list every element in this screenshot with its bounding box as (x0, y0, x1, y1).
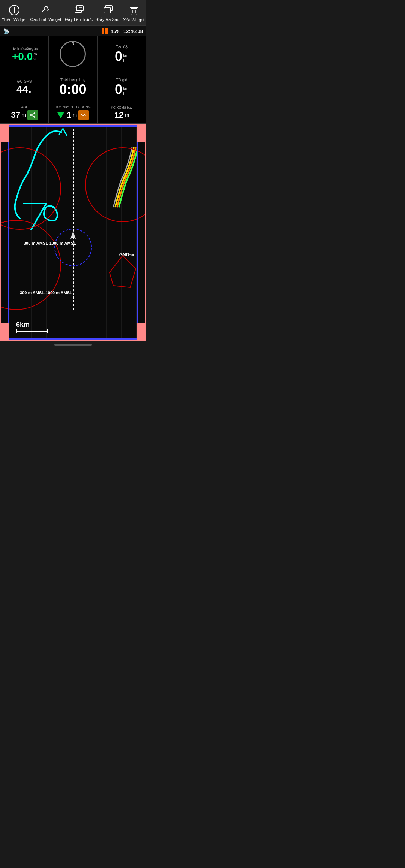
map-bottom-bar (9, 338, 137, 340)
toolbar: Thêm Widget Cấu hình Widget Đẩy Lên Trướ… (0, 0, 146, 25)
speed-cell: Tốc độ 0 km h (98, 36, 146, 72)
gps-accuracy-label: ĐC GPS (3, 79, 46, 84)
map-border-left (8, 125, 9, 340)
config-widget-label: Cấu hình Widget (30, 17, 62, 22)
config-widget-button[interactable]: Cấu hình Widget (30, 4, 62, 22)
speed-value-row: 0 km h (115, 50, 129, 63)
xc-distance-cell: KC XC đã bay 12 m (98, 102, 146, 123)
delete-widget-label: Xóa Widget (123, 18, 144, 22)
push-back-icon (102, 4, 114, 16)
xc-distance-value: 12 (114, 110, 123, 120)
xc-distance-label: KC XC đã bay (111, 106, 132, 109)
flight-time-cell: Thời lượng bay 0:00 (49, 72, 97, 102)
map-top-bar (9, 125, 137, 127)
status-right: 45% 12:46:08 (102, 28, 143, 34)
svg-rect-4 (76, 6, 83, 11)
gps-accuracy-value: 44 (16, 84, 28, 95)
aircraft-marker (69, 231, 78, 240)
add-widget-button[interactable]: Thêm Widget (2, 4, 26, 22)
instrument-row-3: AGL 37 m Tam giác CHƯA ĐONG (0, 102, 146, 123)
instrument-row-2: ĐC GPS 44 m Thời lượng bay 0:00 TĐ gió 0… (0, 72, 146, 102)
svg-line-17 (31, 113, 34, 115)
compass-cell: N (49, 36, 97, 72)
vario-unit: m s (33, 52, 37, 61)
vario-value-row: +0.0 m s (12, 51, 37, 62)
agl-value-row: 37 m (11, 110, 38, 120)
map-area[interactable]: 300 m AMSL-1000 m AMSL 300 m AMSL-1000 m… (0, 124, 146, 341)
vario-value: +0.0 (12, 51, 33, 62)
delete-widget-button[interactable]: Xóa Widget (123, 4, 144, 22)
triangle-label: Tam giác CHƯA ĐONG (55, 105, 91, 109)
corner-handle-bl[interactable] (1, 323, 9, 340)
corner-handle-br[interactable] (137, 323, 145, 340)
airspace-polygon (108, 254, 138, 291)
push-back-button[interactable]: Đẩy Ra Sau (97, 4, 119, 22)
gps-accuracy-value-row: 44 m (16, 84, 32, 95)
agl-unit: m (22, 112, 26, 118)
map-dashed-line (73, 125, 74, 310)
wind-speed-label: TĐ gió (100, 78, 144, 82)
map-border-right (137, 125, 138, 340)
vario-cell: TĐ lên/xuống 2s +0.0 m s (0, 36, 49, 72)
triangle-value-row: 1 m (57, 110, 89, 120)
svg-marker-19 (110, 256, 136, 287)
svg-line-18 (31, 115, 34, 117)
wind-speed-value-row: 0 km h (115, 83, 129, 96)
wind-speed-cell: TĐ gió 0 km h (98, 72, 146, 102)
bottom-nav (0, 341, 146, 349)
triangle-arrow-icon (57, 112, 64, 118)
push-back-label: Đẩy Ra Sau (97, 17, 119, 22)
flight-time-label: Thời lượng bay (51, 78, 94, 82)
add-widget-icon (8, 4, 20, 16)
scale-value: 6km (16, 321, 30, 329)
push-forward-button[interactable]: Đẩy Lên Trước (65, 4, 93, 22)
agl-cell: AGL 37 m (0, 102, 49, 123)
map-label-airspace-2: 300 m AMSL-1000 m AMSL (20, 290, 72, 295)
status-bar: 📡 45% 12:46:08 (0, 26, 146, 36)
scale-line (17, 331, 47, 332)
wind-speed-unit: km h (123, 86, 129, 96)
vario-label: TĐ lên/xuống 2s (3, 46, 46, 51)
agl-value: 37 (11, 110, 20, 120)
clock-display: 12:46:08 (123, 28, 143, 34)
xc-distance-unit: m (125, 112, 129, 118)
home-indicator[interactable] (54, 344, 92, 346)
push-forward-icon (73, 4, 85, 16)
add-widget-label: Thêm Widget (2, 18, 26, 22)
battery-status: 45% (111, 28, 120, 34)
triangle-value: 1 (67, 110, 71, 120)
speed-value: 0 (115, 50, 122, 63)
compass-ring: N (60, 41, 86, 67)
speed-unit: km h (123, 53, 129, 63)
compass-north: N (72, 41, 75, 46)
corner-handle-tr[interactable] (137, 125, 145, 142)
corner-handle-tl[interactable] (1, 125, 9, 142)
gps-accuracy-cell: ĐC GPS 44 m (0, 72, 49, 102)
config-widget-icon (40, 4, 52, 16)
wave-icon[interactable] (78, 110, 89, 120)
map-label-airspace-1: 300 m AMSL-1000 m AMSL (24, 241, 76, 245)
delete-widget-icon (128, 4, 140, 16)
speed-label: Tốc độ (100, 45, 144, 49)
svg-rect-7 (104, 8, 111, 13)
map-label-gnd: GND-∞ (119, 252, 134, 257)
xc-distance-value-row: 12 m (114, 110, 129, 120)
instrument-panel: 📡 45% 12:46:08 TĐ lên/xuống 2s +0.0 m s (0, 25, 146, 124)
gps-icon: 📡 (3, 28, 9, 34)
map-scale: 6km (16, 321, 48, 333)
wind-speed-value: 0 (115, 83, 122, 96)
pause-icon (102, 28, 108, 34)
gps-accuracy-unit: m (29, 90, 32, 94)
share-icon[interactable] (27, 110, 38, 120)
instrument-row-1: TĐ lên/xuống 2s +0.0 m s N Tốc độ 0 (0, 36, 146, 72)
push-forward-label: Đẩy Lên Trước (65, 17, 93, 22)
triangle-unit: m (73, 112, 77, 118)
compass-container: N (57, 38, 89, 70)
agl-label: AGL (21, 105, 28, 109)
flight-time-value: 0:00 (59, 83, 86, 96)
scale-end-right (47, 329, 48, 333)
triangle-cell: Tam giác CHƯA ĐONG 1 m (49, 102, 97, 123)
scale-bar (16, 329, 48, 333)
